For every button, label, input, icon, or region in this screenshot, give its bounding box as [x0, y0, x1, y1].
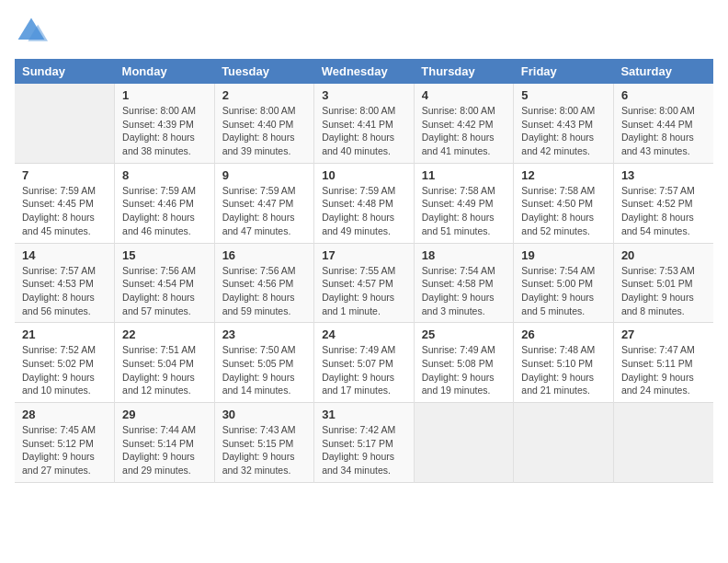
day-number: 4: [422, 88, 506, 102]
day-number: 16: [222, 248, 307, 262]
day-info: Sunrise: 7:55 AM Sunset: 4:57 PM Dayligh…: [322, 264, 406, 318]
day-info: Sunrise: 7:47 AM Sunset: 5:11 PM Dayligh…: [621, 343, 706, 397]
weekday-header: Saturday: [613, 59, 713, 84]
day-info: Sunrise: 7:59 AM Sunset: 4:47 PM Dayligh…: [222, 184, 307, 238]
logo-icon: [15, 15, 48, 48]
calendar-cell: 24Sunrise: 7:49 AM Sunset: 5:07 PM Dayli…: [314, 323, 415, 403]
day-number: 10: [322, 168, 406, 182]
day-number: 26: [521, 327, 606, 341]
calendar-cell: 30Sunrise: 7:43 AM Sunset: 5:15 PM Dayli…: [214, 403, 314, 483]
page-header: [15, 15, 713, 48]
calendar-cell: 22Sunrise: 7:51 AM Sunset: 5:04 PM Dayli…: [115, 323, 215, 403]
calendar-cell: 6Sunrise: 8:00 AM Sunset: 4:44 PM Daylig…: [613, 84, 713, 163]
day-info: Sunrise: 8:00 AM Sunset: 4:42 PM Dayligh…: [422, 104, 506, 158]
day-info: Sunrise: 7:57 AM Sunset: 4:52 PM Dayligh…: [621, 184, 706, 238]
calendar-cell: 19Sunrise: 7:54 AM Sunset: 5:00 PM Dayli…: [514, 243, 614, 323]
day-info: Sunrise: 7:59 AM Sunset: 4:45 PM Dayligh…: [22, 184, 107, 238]
calendar-cell: 25Sunrise: 7:49 AM Sunset: 5:08 PM Dayli…: [414, 323, 514, 403]
day-info: Sunrise: 7:54 AM Sunset: 4:58 PM Dayligh…: [422, 264, 506, 318]
day-number: 3: [322, 88, 406, 102]
calendar-cell: 27Sunrise: 7:47 AM Sunset: 5:11 PM Dayli…: [613, 323, 713, 403]
day-info: Sunrise: 8:00 AM Sunset: 4:41 PM Dayligh…: [322, 104, 406, 158]
calendar-week-row: 14Sunrise: 7:57 AM Sunset: 4:53 PM Dayli…: [15, 243, 713, 323]
day-info: Sunrise: 8:00 AM Sunset: 4:40 PM Dayligh…: [222, 104, 307, 158]
calendar-cell: 31Sunrise: 7:42 AM Sunset: 5:17 PM Dayli…: [314, 403, 415, 483]
calendar-cell: 21Sunrise: 7:52 AM Sunset: 5:02 PM Dayli…: [15, 323, 115, 403]
calendar-cell: 17Sunrise: 7:55 AM Sunset: 4:57 PM Dayli…: [314, 243, 415, 323]
calendar-cell: 18Sunrise: 7:54 AM Sunset: 4:58 PM Dayli…: [414, 243, 514, 323]
calendar-cell: [15, 84, 115, 163]
day-number: 2: [222, 88, 307, 102]
day-info: Sunrise: 7:50 AM Sunset: 5:05 PM Dayligh…: [222, 343, 307, 397]
calendar-cell: 13Sunrise: 7:57 AM Sunset: 4:52 PM Dayli…: [613, 163, 713, 243]
day-info: Sunrise: 7:45 AM Sunset: 5:12 PM Dayligh…: [22, 423, 107, 477]
calendar-cell: 4Sunrise: 8:00 AM Sunset: 4:42 PM Daylig…: [414, 84, 514, 163]
weekday-header: Sunday: [15, 59, 115, 84]
weekday-header: Friday: [514, 59, 614, 84]
day-info: Sunrise: 7:54 AM Sunset: 5:00 PM Dayligh…: [521, 264, 606, 318]
day-number: 11: [422, 168, 506, 182]
calendar-cell: [514, 403, 614, 483]
day-info: Sunrise: 7:42 AM Sunset: 5:17 PM Dayligh…: [322, 423, 406, 477]
day-info: Sunrise: 8:00 AM Sunset: 4:44 PM Dayligh…: [621, 104, 706, 158]
day-number: 31: [322, 408, 406, 421]
calendar-cell: 10Sunrise: 7:59 AM Sunset: 4:48 PM Dayli…: [314, 163, 415, 243]
calendar-cell: 8Sunrise: 7:59 AM Sunset: 4:46 PM Daylig…: [115, 163, 215, 243]
weekday-header: Wednesday: [314, 59, 415, 84]
day-number: 24: [322, 327, 406, 341]
calendar-week-row: 21Sunrise: 7:52 AM Sunset: 5:02 PM Dayli…: [15, 323, 713, 403]
day-info: Sunrise: 7:49 AM Sunset: 5:08 PM Dayligh…: [422, 343, 506, 397]
day-number: 1: [122, 88, 207, 102]
calendar-cell: [414, 403, 514, 483]
day-info: Sunrise: 7:44 AM Sunset: 5:14 PM Dayligh…: [122, 423, 207, 477]
day-info: Sunrise: 7:59 AM Sunset: 4:46 PM Dayligh…: [122, 184, 207, 238]
day-number: 29: [122, 408, 207, 421]
day-number: 20: [621, 248, 706, 262]
day-number: 22: [122, 327, 207, 341]
calendar-week-row: 7Sunrise: 7:59 AM Sunset: 4:45 PM Daylig…: [15, 163, 713, 243]
calendar-cell: 14Sunrise: 7:57 AM Sunset: 4:53 PM Dayli…: [15, 243, 115, 323]
day-info: Sunrise: 7:56 AM Sunset: 4:54 PM Dayligh…: [122, 264, 207, 318]
day-info: Sunrise: 7:58 AM Sunset: 4:50 PM Dayligh…: [521, 184, 606, 238]
calendar-cell: 20Sunrise: 7:53 AM Sunset: 5:01 PM Dayli…: [613, 243, 713, 323]
day-number: 27: [621, 327, 706, 341]
calendar-cell: 7Sunrise: 7:59 AM Sunset: 4:45 PM Daylig…: [15, 163, 115, 243]
weekday-header-row: SundayMondayTuesdayWednesdayThursdayFrid…: [15, 59, 713, 84]
day-number: 21: [22, 327, 107, 341]
weekday-header: Thursday: [414, 59, 514, 84]
day-number: 5: [521, 88, 606, 102]
calendar-table: SundayMondayTuesdayWednesdayThursdayFrid…: [15, 59, 713, 483]
day-number: 14: [22, 248, 107, 262]
day-number: 7: [22, 168, 107, 182]
calendar-cell: 26Sunrise: 7:48 AM Sunset: 5:10 PM Dayli…: [514, 323, 614, 403]
day-info: Sunrise: 7:56 AM Sunset: 4:56 PM Dayligh…: [222, 264, 307, 318]
day-info: Sunrise: 8:00 AM Sunset: 4:39 PM Dayligh…: [122, 104, 207, 158]
calendar-cell: 1Sunrise: 8:00 AM Sunset: 4:39 PM Daylig…: [115, 84, 215, 163]
day-number: 9: [222, 168, 307, 182]
calendar-cell: 28Sunrise: 7:45 AM Sunset: 5:12 PM Dayli…: [15, 403, 115, 483]
day-number: 25: [422, 327, 506, 341]
day-info: Sunrise: 7:52 AM Sunset: 5:02 PM Dayligh…: [22, 343, 107, 397]
day-number: 17: [322, 248, 406, 262]
day-info: Sunrise: 7:51 AM Sunset: 5:04 PM Dayligh…: [122, 343, 207, 397]
day-number: 28: [22, 408, 107, 421]
calendar-cell: [613, 403, 713, 483]
day-info: Sunrise: 7:58 AM Sunset: 4:49 PM Dayligh…: [422, 184, 506, 238]
weekday-header: Tuesday: [214, 59, 314, 84]
day-number: 6: [621, 88, 706, 102]
calendar-week-row: 28Sunrise: 7:45 AM Sunset: 5:12 PM Dayli…: [15, 403, 713, 483]
day-number: 30: [222, 408, 307, 421]
calendar-cell: 23Sunrise: 7:50 AM Sunset: 5:05 PM Dayli…: [214, 323, 314, 403]
day-info: Sunrise: 7:57 AM Sunset: 4:53 PM Dayligh…: [22, 264, 107, 318]
calendar-week-row: 1Sunrise: 8:00 AM Sunset: 4:39 PM Daylig…: [15, 84, 713, 163]
day-number: 8: [122, 168, 207, 182]
day-info: Sunrise: 7:48 AM Sunset: 5:10 PM Dayligh…: [521, 343, 606, 397]
day-info: Sunrise: 7:59 AM Sunset: 4:48 PM Dayligh…: [322, 184, 406, 238]
calendar-cell: 2Sunrise: 8:00 AM Sunset: 4:40 PM Daylig…: [214, 84, 314, 163]
day-number: 15: [122, 248, 207, 262]
day-number: 19: [521, 248, 606, 262]
day-info: Sunrise: 7:43 AM Sunset: 5:15 PM Dayligh…: [222, 423, 307, 477]
logo: [15, 15, 51, 48]
calendar-cell: 16Sunrise: 7:56 AM Sunset: 4:56 PM Dayli…: [214, 243, 314, 323]
calendar-cell: 15Sunrise: 7:56 AM Sunset: 4:54 PM Dayli…: [115, 243, 215, 323]
